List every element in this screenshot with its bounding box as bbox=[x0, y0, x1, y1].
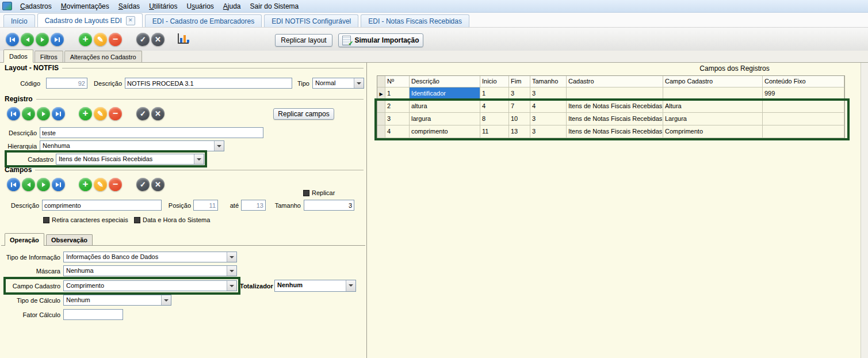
registro-add-button[interactable]: + bbox=[79, 107, 92, 120]
cancel-button[interactable]: ✕ bbox=[151, 33, 165, 46]
campos-cancel-button[interactable]: ✕ bbox=[151, 178, 165, 191]
campos-nav-first-button[interactable] bbox=[7, 178, 20, 191]
tab-close-icon[interactable]: ✕ bbox=[126, 16, 135, 25]
grid-cell[interactable] bbox=[763, 125, 844, 138]
hierarquia-select[interactable]: Nenhuma bbox=[40, 140, 224, 151]
grid-cell[interactable]: 3 bbox=[530, 113, 567, 125]
registro-confirm-button[interactable]: ✓ bbox=[136, 107, 150, 120]
replicar-checkbox[interactable] bbox=[303, 190, 309, 196]
grid-cell[interactable] bbox=[663, 87, 763, 100]
tab-edi-notas-fiscais-recebidas[interactable]: EDI - Notas Fiscais Recebidas bbox=[361, 14, 469, 27]
grid-cell[interactable]: comprimento bbox=[410, 125, 480, 138]
menu-movimentacoes[interactable]: Movimentações bbox=[56, 1, 114, 12]
grid-cell[interactable]: Itens de Notas Fiscais Recebidas bbox=[567, 125, 663, 138]
menu-sair-do-sistema[interactable]: Sair do Sistema bbox=[246, 1, 304, 12]
chart-icon[interactable] bbox=[178, 33, 189, 44]
grid-cell[interactable]: 999 bbox=[763, 87, 844, 100]
nav-next-button[interactable] bbox=[36, 33, 49, 46]
menu-saidas[interactable]: Saídas bbox=[114, 1, 144, 12]
confirm-button[interactable]: ✓ bbox=[136, 33, 150, 46]
tipo-informacao-select[interactable]: Informações do Banco de Dados bbox=[63, 252, 237, 262]
campo-descricao-field[interactable] bbox=[42, 200, 162, 211]
tipo-calculo-select[interactable]: Nenhum bbox=[63, 295, 171, 306]
grid-cell[interactable]: altura bbox=[410, 100, 480, 113]
edit-button[interactable]: ✎ bbox=[94, 33, 107, 46]
grid-cell[interactable]: 1 bbox=[385, 87, 410, 100]
grid-cell[interactable]: 8 bbox=[480, 113, 509, 125]
mascara-select[interactable]: Nenhuma bbox=[63, 265, 237, 276]
grid-cell[interactable]: 3 bbox=[385, 113, 410, 125]
grid-cell-selected[interactable]: Identificador bbox=[410, 87, 480, 100]
grid-cell[interactable]: Largura bbox=[663, 113, 763, 125]
vertical-scrollbar[interactable] bbox=[861, 63, 868, 358]
tamanho-field[interactable] bbox=[304, 200, 354, 211]
retira-caracteres-checkbox[interactable] bbox=[43, 217, 49, 223]
registro-descricao-field[interactable] bbox=[40, 127, 263, 138]
campos-nav-next-button[interactable] bbox=[37, 178, 50, 191]
grid-cell[interactable]: 4 bbox=[480, 100, 509, 113]
grid-cell[interactable] bbox=[567, 87, 663, 100]
grid-cell[interactable] bbox=[763, 100, 844, 113]
grid-cell[interactable]: 2 bbox=[385, 100, 410, 113]
campos-nav-last-button[interactable] bbox=[52, 178, 65, 191]
tab-edi-cadastro-de-embarcadores[interactable]: EDI - Cadastro de Embarcadores bbox=[145, 14, 262, 27]
tab-observacao[interactable]: Observação bbox=[46, 234, 93, 245]
campos-edit-button[interactable]: ✎ bbox=[94, 178, 107, 191]
subtab-dados[interactable]: Dados bbox=[3, 49, 33, 63]
campos-confirm-button[interactable]: ✓ bbox=[136, 178, 150, 191]
replicar-campos-button[interactable]: Replicar campos bbox=[273, 108, 334, 120]
menu-usuarios[interactable]: Usuários bbox=[182, 1, 218, 12]
codigo-field[interactable] bbox=[46, 78, 87, 89]
nav-first-button[interactable] bbox=[6, 33, 19, 46]
grid-cell[interactable]: 3 bbox=[530, 87, 567, 100]
add-button[interactable]: + bbox=[79, 33, 92, 46]
menu-utilitarios[interactable]: Utilitários bbox=[144, 1, 182, 12]
ate-field[interactable] bbox=[241, 200, 266, 211]
grid-cell[interactable]: 4 bbox=[385, 125, 410, 138]
grid-cell[interactable]: 7 bbox=[509, 100, 530, 113]
tab-operacao[interactable]: Operação bbox=[5, 233, 44, 246]
cadastro-select[interactable]: Itens de Notas Fiscais Recebidas bbox=[56, 154, 204, 165]
nav-prev-button[interactable] bbox=[21, 33, 34, 46]
subtab-alteracoes-no-cadastro[interactable]: Alterações no Cadastro bbox=[64, 51, 142, 62]
grid-cell[interactable]: Comprimento bbox=[663, 125, 763, 138]
grid-cell[interactable]: Altura bbox=[663, 100, 763, 113]
simular-importacao-button[interactable]: ✓ Simular Importação bbox=[338, 33, 423, 47]
replicar-layout-button[interactable]: Replicar layout bbox=[275, 34, 332, 47]
grid-cell[interactable]: 10 bbox=[509, 113, 530, 125]
tipo-select[interactable]: Normal bbox=[312, 78, 364, 89]
registro-edit-button[interactable]: ✎ bbox=[94, 107, 107, 120]
grid-cell[interactable] bbox=[763, 113, 844, 125]
registro-nav-first-button[interactable] bbox=[7, 107, 20, 120]
campos-add-button[interactable]: + bbox=[79, 178, 92, 191]
grid-cell[interactable]: 1 bbox=[480, 87, 509, 100]
grid-cell[interactable]: 3 bbox=[509, 87, 530, 100]
tab-inicio[interactable]: Início bbox=[3, 14, 35, 27]
layout-descricao-field[interactable] bbox=[125, 78, 292, 89]
grid-cell[interactable]: 13 bbox=[509, 125, 530, 138]
posicao-field[interactable] bbox=[193, 200, 218, 211]
fator-calculo-field[interactable] bbox=[63, 309, 123, 320]
tab-cadastro-de-layouts-edi[interactable]: Cadastro de Layouts EDI✕ bbox=[37, 13, 143, 27]
grid-cell[interactable]: Itens de Notas Fiscais Recebidas bbox=[567, 113, 663, 125]
nav-last-button[interactable] bbox=[51, 33, 64, 46]
campos-nav-prev-button[interactable] bbox=[22, 178, 35, 191]
grid-cell[interactable]: largura bbox=[410, 113, 480, 125]
data-hora-checkbox[interactable] bbox=[134, 217, 140, 223]
registro-nav-last-button[interactable] bbox=[52, 107, 65, 120]
campos-delete-button[interactable]: − bbox=[109, 178, 122, 191]
menu-ajuda[interactable]: Ajuda bbox=[219, 1, 246, 12]
registro-delete-button[interactable]: − bbox=[109, 107, 122, 120]
registro-nav-prev-button[interactable] bbox=[22, 107, 35, 120]
menu-cadastros[interactable]: Cadastros bbox=[16, 1, 56, 12]
grid-cell[interactable]: Itens de Notas Fiscais Recebidas bbox=[567, 100, 663, 113]
grid-cell[interactable]: 4 bbox=[530, 100, 567, 113]
campo-cadastro-select[interactable]: Comprimento bbox=[63, 280, 237, 291]
grid-cell[interactable]: 3 bbox=[530, 125, 567, 138]
grid-cell[interactable]: 11 bbox=[480, 125, 509, 138]
subtab-filtros[interactable]: Filtros bbox=[35, 51, 63, 62]
totalizador-select[interactable]: Nenhum bbox=[274, 280, 356, 292]
registro-nav-next-button[interactable] bbox=[37, 107, 50, 120]
tab-edi-notfis-configuravel[interactable]: EDI NOTFIS Configurável bbox=[264, 14, 358, 27]
registro-cancel-button[interactable]: ✕ bbox=[151, 107, 165, 120]
